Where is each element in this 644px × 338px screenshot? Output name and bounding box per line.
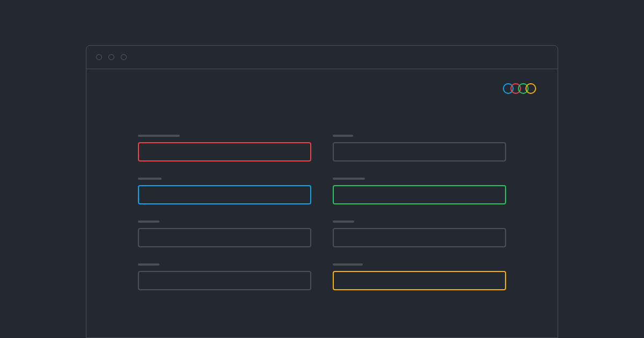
form-field [333,263,506,290]
text-input[interactable] [333,142,506,161]
field-label [138,135,180,137]
brand-logo [503,83,536,94]
traffic-light-zoom-icon[interactable] [121,54,127,60]
text-input[interactable] [138,142,311,161]
form-field [138,221,311,247]
traffic-light-minimize-icon[interactable] [108,54,114,60]
form-field [333,178,506,204]
form-field [333,221,506,247]
field-label [138,263,159,266]
text-input[interactable] [138,228,311,247]
form-field [333,135,506,161]
field-label [333,178,365,180]
logo-ring-yellow-icon [525,83,536,94]
form-grid [138,135,506,290]
text-input[interactable] [138,185,311,204]
text-input[interactable] [333,228,506,247]
text-input[interactable] [333,271,506,290]
window-titlebar [86,46,558,69]
field-label [333,221,354,223]
text-input[interactable] [333,185,506,204]
form-field [138,263,311,290]
form-field [138,178,311,204]
illustration-canvas [0,0,644,338]
field-label [138,221,159,223]
form-field [138,135,311,161]
window-content [86,69,558,312]
traffic-light-close-icon[interactable] [96,54,102,60]
text-input[interactable] [138,271,311,290]
browser-window [86,45,558,338]
field-label [333,135,353,137]
field-label [333,263,363,266]
field-label [138,178,162,180]
